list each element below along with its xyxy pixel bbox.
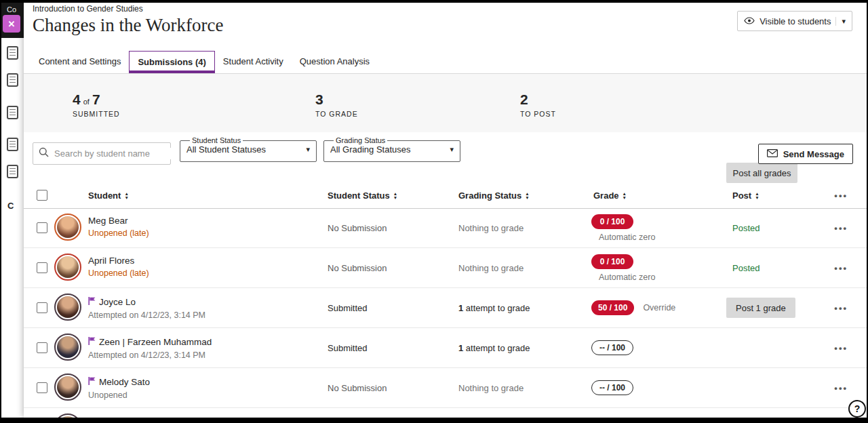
accommodations-flag-icon	[88, 296, 96, 308]
stats-band: 4 of 7 SUBMITTED 3 TO GRADE 2 TO POST Po…	[24, 73, 867, 132]
grade-pill[interactable]: 0 / 100	[591, 214, 633, 229]
table-overflow-menu-icon[interactable]: •••	[834, 190, 848, 201]
page-title: Changes in the Workforce	[33, 15, 224, 36]
to-post-label: TO POST	[520, 110, 556, 118]
tab-student-activity[interactable]: Student Activity	[215, 50, 292, 73]
submission-info: Unopened (late)	[88, 228, 149, 238]
tab-submissions[interactable]: Submissions (4)	[129, 51, 214, 73]
help-button[interactable]: ?	[848, 400, 866, 418]
grading-status-text: Nothing to grade	[458, 263, 524, 273]
header-grading-status[interactable]: Grading Status ▲▼	[458, 190, 530, 201]
grading-status-cell: 1 attempt to grade	[458, 343, 530, 353]
table-row: April Flores Unopened (late) No Submissi…	[24, 248, 867, 288]
accommodations-flag-icon	[88, 336, 96, 348]
course-page-rail: Co C	[1, 3, 24, 423]
student-avatar[interactable]	[54, 294, 81, 321]
student-avatar[interactable]	[54, 334, 81, 361]
post-all-grades-button[interactable]: Post all grades	[726, 163, 797, 183]
post-cell: Posted	[726, 248, 828, 287]
search-icon	[39, 147, 49, 160]
table-row: Melody Sato Unopened No Submission Nothi…	[24, 368, 867, 408]
stat-submitted: 4 of 7 SUBMITTED	[73, 92, 120, 118]
course-nav-icon[interactable]	[7, 165, 18, 178]
row-checkbox[interactable]	[37, 262, 47, 273]
send-message-label: Send Message	[783, 149, 844, 159]
grade-cell: -- / 100	[591, 328, 633, 367]
student-avatar[interactable]	[54, 214, 81, 241]
header-student-label: Student	[88, 190, 121, 201]
student-name[interactable]: Meg Bear	[88, 216, 128, 226]
student-name[interactable]: Zeen | Farzeen Muhammad	[99, 337, 212, 347]
post-grade-button[interactable]: Post 1 grade	[726, 298, 795, 318]
grade-note: Automatic zero	[599, 273, 655, 282]
student-status-select-label: Student Status	[190, 136, 243, 144]
select-all-checkbox[interactable]	[37, 190, 47, 201]
grading-status-select-label: Grading Status	[334, 136, 387, 144]
student-status-cell: Submitted	[328, 303, 368, 313]
submission-info: Attempted on 4/12/23, 3:14 PM	[88, 310, 205, 320]
student-avatar[interactable]	[54, 374, 81, 401]
row-overflow-menu-icon[interactable]: •••	[834, 263, 848, 273]
row-checkbox[interactable]	[37, 302, 47, 313]
grade-pill[interactable]: 50 / 100	[591, 300, 634, 315]
header-grade[interactable]: Grade ▲▼	[593, 190, 627, 201]
grade-cell: 0 / 100 Automatic zero	[591, 208, 655, 247]
row-checkbox[interactable]	[37, 382, 47, 393]
student-status-cell: Submitted	[328, 343, 368, 353]
student-avatar[interactable]	[54, 254, 81, 281]
grading-status-select-value: All Grading Statuses	[330, 144, 411, 155]
student-status-select[interactable]: Student Status All Student Statuses ▾	[180, 136, 317, 162]
search-input[interactable]	[53, 148, 175, 159]
visibility-dropdown[interactable]: Visible to students ▾	[737, 11, 852, 31]
student-status-cell: No Submission	[328, 263, 387, 273]
student-name[interactable]: Joyce Lo	[99, 297, 136, 307]
eye-icon	[744, 16, 755, 26]
grading-status-select[interactable]: Grading Status All Grading Statuses ▾	[323, 136, 460, 162]
tabs-bar: Content and Settings Submissions (4) Stu…	[24, 47, 867, 73]
header-post[interactable]: Post ▲▼	[732, 190, 760, 201]
tab-question-analysis[interactable]: Question Analysis	[292, 50, 378, 73]
sort-icon: ▲▼	[623, 192, 627, 199]
course-nav-icon[interactable]	[7, 138, 18, 151]
stat-to-grade: 3 TO GRADE	[315, 92, 358, 118]
row-checkbox[interactable]	[37, 222, 47, 233]
grade-pill[interactable]: -- / 100	[591, 380, 633, 395]
breadcrumb[interactable]: Introduction to Gender Studies	[33, 4, 143, 14]
grade-pill[interactable]: 0 / 100	[591, 254, 633, 269]
row-overflow-menu-icon[interactable]: •••	[834, 303, 848, 313]
send-message-button[interactable]: Send Message	[758, 144, 853, 164]
header-post-label: Post	[732, 190, 751, 201]
grade-pill[interactable]: -- / 100	[591, 340, 633, 355]
course-nav-icon[interactable]	[7, 106, 18, 119]
course-nav-letter: C	[7, 201, 14, 211]
grade-note: Automatic zero	[599, 233, 655, 242]
course-nav-icon[interactable]	[7, 46, 18, 60]
grading-status-cell: Nothing to grade	[458, 383, 524, 393]
to-grade-count: 3	[315, 92, 323, 108]
post-cell: Post 1 grade	[726, 408, 828, 418]
sort-icon: ▲▼	[393, 192, 397, 199]
submitted-total: 7	[92, 92, 100, 108]
submitted-label: SUBMITTED	[73, 110, 120, 118]
chevron-down-icon: ▾	[306, 145, 310, 154]
header-grade-label: Grade	[593, 190, 619, 201]
student-name[interactable]: Melody Sato	[99, 377, 150, 387]
row-checkbox[interactable]	[37, 342, 47, 353]
tab-content-and-settings[interactable]: Content and Settings	[31, 50, 129, 73]
grading-status-text: Nothing to grade	[458, 223, 524, 233]
student-name[interactable]: April Flores	[88, 256, 134, 266]
grading-status-cell: Nothing to grade	[458, 223, 524, 233]
row-overflow-menu-icon[interactable]: •••	[834, 383, 848, 393]
header-student-status[interactable]: Student Status ▲▼	[328, 190, 397, 201]
row-overflow-menu-icon[interactable]: •••	[834, 223, 848, 233]
submission-info: Attempted on 4/12/23, 3:14 PM	[88, 350, 212, 360]
row-overflow-menu-icon[interactable]: •••	[834, 343, 848, 353]
close-panel-button[interactable]: ✕	[3, 15, 20, 33]
grade-cell: 50 / 100 Override	[591, 288, 675, 327]
envelope-icon	[767, 149, 778, 159]
override-label: Override	[643, 303, 675, 313]
course-nav-icon[interactable]	[7, 73, 18, 87]
header-student[interactable]: Student ▲▼	[88, 190, 129, 201]
sort-icon: ▲▼	[755, 192, 759, 199]
header-grading-status-label: Grading Status	[458, 190, 521, 201]
